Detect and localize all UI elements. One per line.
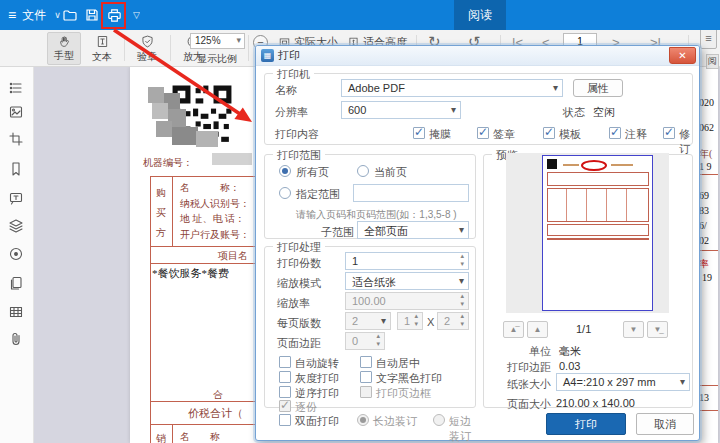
text-tool-button[interactable]: 文本: [85, 32, 119, 65]
side-panel-tab[interactable]: 阅: [706, 54, 719, 69]
strip-text: 83: [699, 205, 709, 216]
preview-prev-page-button[interactable]: ▲: [527, 321, 548, 338]
printer-properties-label: 属性: [587, 82, 609, 94]
all-pages-radio[interactable]: [279, 165, 291, 177]
zoom-level-dropdown[interactable]: 125%: [190, 33, 245, 49]
dialog-title-bar[interactable]: ▦ 打印: [256, 46, 699, 66]
sidebar-thumbnails-button[interactable]: [8, 104, 26, 122]
all-pages-label: 所有页: [296, 165, 329, 180]
dialog-close-button[interactable]: ✕: [669, 47, 696, 64]
total-line: 价税合计（: [188, 406, 243, 421]
custom-range-radio[interactable]: [279, 187, 291, 199]
preview-next-page-button[interactable]: ▼: [623, 321, 644, 338]
collate-label: 逐份: [295, 400, 317, 415]
scale-rate-stepper: 100.00: [345, 292, 469, 310]
printer-properties-button[interactable]: 属性: [573, 79, 623, 97]
annotation-checkbox-label: 注释: [625, 127, 647, 142]
current-page-radio[interactable]: [357, 165, 369, 177]
grayscale-label: 灰度打印: [295, 371, 339, 386]
strip-text: 062: [699, 122, 714, 133]
page-size-label: 页面大小: [507, 397, 551, 412]
custom-range-input[interactable]: [353, 184, 469, 202]
sidebar-pages-button[interactable]: [8, 275, 26, 293]
annotation-highlight-box: [101, 2, 126, 29]
print-dialog: ▦ 打印 ✕ 打印机 名称 Adobe PDF 属性 分辨率 600 状态 空闲…: [255, 45, 700, 441]
revision-checkbox[interactable]: [663, 127, 675, 139]
scale-mode-dropdown[interactable]: 适合纸张: [345, 272, 469, 290]
print-handling-group: 打印处理 打印份数 1 缩放模式 适合纸张 缩放率 100.00 每页版数 2 …: [264, 246, 476, 408]
collate-checkbox: [279, 400, 291, 412]
strip-text: 19: [702, 272, 712, 283]
annotation-checkbox[interactable]: [609, 127, 621, 139]
black-text-checkbox[interactable]: [360, 371, 372, 383]
hand-tool-label: 手型: [54, 49, 74, 63]
menu-lines-icon: ≡: [705, 32, 711, 44]
open-button[interactable]: [62, 0, 78, 30]
shield-check-icon: [140, 34, 155, 49]
sidebar-stamps-button[interactable]: [8, 246, 26, 264]
printer-name-dropdown[interactable]: Adobe PDF: [341, 79, 563, 97]
sidebar-comments-button[interactable]: [8, 190, 26, 208]
app-logo-icon: ▦: [261, 49, 274, 62]
toolbar-separator: [248, 35, 249, 61]
app-window: ≡ 文件 ∨ ▽ 阅读 手型 文本: [0, 0, 720, 443]
read-tab-label: 阅读: [468, 7, 492, 24]
resolution-dropdown[interactable]: 600: [341, 101, 461, 119]
verify-stamp-button[interactable]: 验章: [130, 32, 164, 65]
main-menu[interactable]: ≡ 文件 ∨: [8, 0, 61, 30]
subrange-value: 全部页面: [364, 225, 408, 237]
sidebar-fields-button[interactable]: [8, 304, 26, 322]
folder-open-icon: [62, 7, 78, 23]
preview-last-page-button[interactable]: ▼̲: [647, 321, 668, 338]
duplex-checkbox[interactable]: [279, 414, 291, 426]
hamburger-icon: ≡: [8, 7, 16, 23]
scale-rate-label: 缩放率: [277, 296, 310, 311]
copies-stepper[interactable]: 1: [345, 252, 469, 270]
custom-range-label: 指定范围: [296, 187, 340, 202]
hand-icon: [57, 35, 72, 49]
hand-tool-button[interactable]: 手型: [47, 32, 81, 65]
sidebar-outline-button[interactable]: [8, 80, 26, 98]
sidebar-snapshot-button[interactable]: [8, 131, 26, 149]
toolbar-collapse-button[interactable]: ≡: [700, 28, 717, 49]
mask-checkbox[interactable]: [413, 127, 425, 139]
sidebar-bookmarks-button[interactable]: [8, 161, 26, 179]
tab-read[interactable]: 阅读: [454, 0, 506, 30]
subrange-label: 子范围: [321, 225, 354, 240]
nup-times-label: X: [427, 316, 434, 328]
auto-center-label: 自动居中: [376, 356, 420, 371]
signature-checkbox[interactable]: [477, 127, 489, 139]
long-edge-label: 长边装订: [373, 414, 417, 429]
nup-cols-value: 2: [444, 315, 450, 327]
strip-text: 年(: [699, 147, 712, 161]
save-button[interactable]: [84, 0, 100, 30]
paper-size-dropdown[interactable]: A4=:210 x 297 mm: [556, 373, 690, 391]
reverse-order-checkbox[interactable]: [279, 386, 291, 398]
invoice-table-line: [699, 385, 718, 386]
toolbar-separator: [170, 35, 171, 61]
thumbnails-icon: [8, 104, 24, 120]
preview-first-page-button[interactable]: ▲̅: [503, 321, 524, 338]
auto-center-checkbox[interactable]: [360, 356, 372, 368]
grayscale-checkbox[interactable]: [279, 371, 291, 383]
print-range-group: 打印范围 所有页 当前页 指定范围 请输入页码和页码范围(如：1,3,5-8 )…: [264, 154, 476, 239]
nup-rows-stepper: 1: [397, 312, 423, 330]
toolbar-more-button[interactable]: ▽: [133, 0, 140, 30]
sidebar-layers-button[interactable]: [8, 218, 26, 236]
nup-rows-value: 1: [404, 315, 410, 327]
print-content-label: 打印内容: [275, 127, 319, 142]
subrange-dropdown[interactable]: 全部页面: [357, 221, 469, 239]
auto-rotate-checkbox[interactable]: [279, 356, 291, 368]
zoom-caption-label: 显示比例: [197, 52, 237, 66]
page-margin-stepper: 0: [345, 332, 385, 350]
sidebar-attachments-button[interactable]: [8, 331, 26, 349]
template-checkbox-label: 模板: [559, 127, 581, 142]
verify-stamp-label: 验章: [137, 50, 157, 64]
print-handling-legend: 打印处理: [273, 240, 325, 255]
print-confirm-button[interactable]: 打印: [546, 413, 626, 435]
cancel-button[interactable]: 取消: [636, 413, 694, 435]
strip-text: 020: [699, 97, 714, 108]
template-checkbox[interactable]: [543, 127, 555, 139]
copies-label: 打印份数: [277, 256, 321, 271]
seller-row: 名 称: [180, 430, 220, 443]
